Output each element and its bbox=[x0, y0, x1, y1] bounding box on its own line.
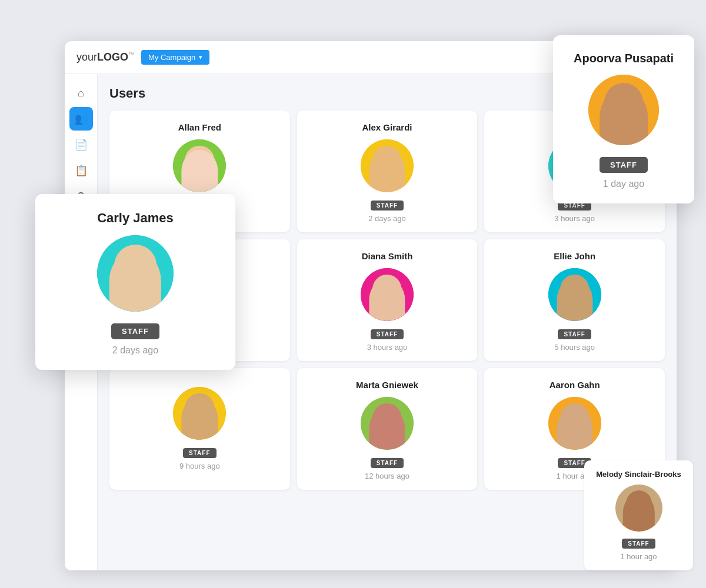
user-name: Diana Smith bbox=[362, 251, 413, 261]
role-badge: STAFF bbox=[371, 201, 404, 211]
logo-bold: LOGO bbox=[97, 51, 128, 63]
logo-sup: ™ bbox=[128, 51, 134, 58]
user-avatar bbox=[361, 397, 414, 450]
user-card-marta-gniewek[interactable]: Marta Gniewek STAFF 12 hours ago bbox=[297, 368, 478, 490]
time-ago: 3 hours ago bbox=[554, 214, 595, 223]
sidebar-item-copy[interactable]: 📋 bbox=[69, 159, 93, 182]
time-ago: 12 hours ago bbox=[365, 472, 409, 480]
float-carly-role: STAFF bbox=[111, 323, 159, 339]
user-card-ellie-john[interactable]: Ellie John STAFF 5 hours ago bbox=[484, 239, 665, 361]
sidebar-item-users[interactable]: 👥 bbox=[69, 107, 93, 131]
float-apoorva-role: STAFF bbox=[600, 157, 648, 173]
user-name: Ellie John bbox=[554, 251, 595, 261]
logo-your: your bbox=[76, 51, 97, 63]
user-card-alex-girardi[interactable]: Alex Girardi STAFF 2 days ago bbox=[297, 111, 478, 232]
user-name: Allan Fred bbox=[178, 122, 221, 132]
sidebar-item-docs[interactable]: 📄 bbox=[69, 133, 93, 156]
float-apoorva-avatar bbox=[588, 75, 659, 145]
time-ago: 9 hours ago bbox=[179, 462, 220, 470]
user-avatar bbox=[548, 268, 601, 321]
logo: yourLOGO™ bbox=[76, 51, 134, 64]
float-apoorva-name: Apoorva Pusapati bbox=[574, 52, 674, 65]
time-ago: 1 hour ago bbox=[620, 552, 657, 561]
user-avatar bbox=[361, 268, 414, 321]
float-carly-avatar bbox=[97, 235, 174, 312]
user-avatar bbox=[173, 387, 226, 440]
role-badge: STAFF bbox=[371, 458, 404, 468]
user-card-diana-smith[interactable]: Diana Smith STAFF 3 hours ago bbox=[297, 239, 478, 361]
time-ago: 3 hours ago bbox=[367, 343, 408, 352]
user-avatar bbox=[361, 139, 414, 192]
float-apoorva-time: 1 day ago bbox=[603, 179, 644, 189]
float-carly-name: Carly James bbox=[97, 211, 174, 226]
role-badge: STAFF bbox=[622, 539, 655, 549]
user-card-melody[interactable]: Melody Sinclair-Brooks STAFF 1 hour ago bbox=[584, 460, 693, 570]
user-name: Aaron Gahn bbox=[550, 380, 600, 390]
float-carly-time: 2 days ago bbox=[112, 345, 158, 356]
role-badge: STAFF bbox=[371, 329, 404, 339]
campaign-button[interactable]: My Campaign bbox=[141, 50, 209, 65]
float-panel-apoorva[interactable]: Apoorva Pusapati STAFF 1 day ago bbox=[553, 35, 694, 203]
user-name: Melody Sinclair-Brooks bbox=[596, 470, 681, 479]
time-ago: 5 hours ago bbox=[554, 343, 595, 352]
user-name: Alex Girardi bbox=[362, 122, 412, 132]
float-panel-carly[interactable]: Carly James STAFF 2 days ago bbox=[35, 194, 235, 370]
role-badge: STAFF bbox=[558, 329, 591, 339]
user-name: Marta Gniewek bbox=[356, 380, 418, 390]
time-ago: 2 days ago bbox=[368, 214, 406, 223]
user-avatar bbox=[173, 139, 226, 192]
user-avatar bbox=[548, 397, 601, 450]
sidebar-item-home[interactable]: ⌂ bbox=[69, 81, 93, 105]
user-avatar bbox=[615, 485, 662, 532]
user-card-unknown[interactable]: STAFF 9 hours ago bbox=[109, 368, 290, 490]
role-badge: STAFF bbox=[183, 448, 216, 458]
